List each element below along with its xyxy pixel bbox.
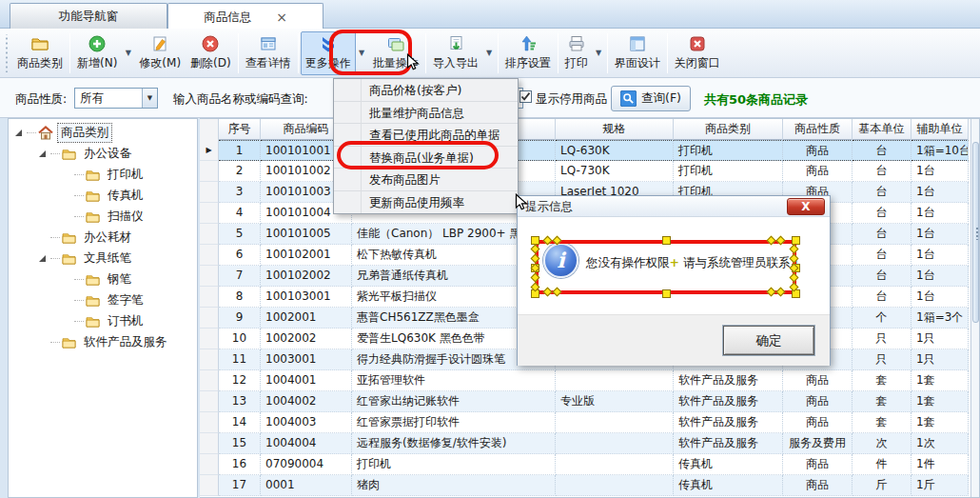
table-cell: 台 [853,245,911,266]
tree-item-签字笔[interactable]: 签字笔 [9,289,197,310]
table-row[interactable]: 131004002红管家出纳记账软件专业版软件产品及服务商品套1套 [200,391,979,412]
toolbar-button-10[interactable]: 打印 [560,31,593,75]
table-cell: 1套 [911,391,969,412]
ok-button[interactable]: 确定 [723,326,814,355]
menu-item-查看已使用此商品的单据[interactable]: 查看已使用此商品的单据 [334,124,518,147]
row-indicator [200,182,219,203]
tree-item-label: 办公耗材 [81,229,134,247]
expander-icon[interactable] [14,129,23,137]
table-cell: 1004004 [261,433,352,454]
tree-item-label: 钢笔 [105,270,134,289]
menu-item-商品价格(按客户)[interactable]: 商品价格(按客户) [334,79,518,102]
dropdown-arrow-icon[interactable]: ▼ [356,31,368,75]
column-header-8[interactable]: 辅助单位 [911,119,969,140]
show-disabled-checkbox[interactable] [519,90,532,103]
toolbar-button-6[interactable]: 更多操作 [301,31,356,75]
table-cell: 专业版 [556,391,674,412]
tree-item-label: 软件产品及服务 [81,333,170,351]
toolbar-button-label: 排序设置 [505,55,551,71]
tree-item-商品类别[interactable]: 商品类别 [9,122,197,143]
query-button[interactable]: 查询(F) [611,86,691,111]
toolbar-button-3[interactable]: 修改(M) [134,31,186,75]
toolbar-button-4[interactable]: 删除(D) [186,31,236,75]
table-cell: 8 [219,287,261,308]
column-header-6[interactable]: 商品性质 [783,119,853,140]
product-nature-select[interactable]: 所有 ▼ [74,88,158,109]
folder-icon [86,315,100,328]
table-cell: 0001 [261,475,352,496]
tab-product-info[interactable]: 商品信息 × [167,3,323,30]
query-button-label: 查询(F) [641,90,681,107]
tree-item-办公耗材[interactable]: 办公耗材 [9,227,197,248]
toolbar-button-5[interactable]: 查看详情 [241,31,296,75]
toolbar-button-11[interactable]: 界面设计 [610,31,665,75]
tab-function-nav[interactable]: 功能导航窗 [10,3,167,30]
dialog-close-button[interactable]: X [787,198,825,215]
menu-item-发布商品图片[interactable]: 发布商品图片 [334,169,518,191]
table-row[interactable]: 121004001亚拓管理软件软件产品及服务商品套1套 [200,370,979,391]
table-cell: 传真机 [674,454,783,475]
table-row[interactable]: 141004003红管家票据打印软件软件产品及服务商品套1套 [200,412,979,433]
table-cell: 4 [219,203,261,224]
table-cell: 红管家出纳记账软件 [352,391,556,412]
dropdown-arrow-icon[interactable]: ▼ [593,31,605,75]
row-indicator [200,412,219,433]
column-header-7[interactable]: 基本单位 [853,119,911,140]
tree-spacer [62,191,70,200]
table-row[interactable]: 170001猪肉传真机商品斤1斤 [200,475,979,496]
tree-spacer [62,170,70,179]
message-dialog: 提示信息 X i 您没有操作权限+ 请与系统管理员联系！ 确定 [517,195,831,366]
toolbar-button-2[interactable]: 新增(N) [72,31,122,75]
toolbar-button-12[interactable]: 关闭窗口 [670,31,725,75]
tree-item-传真机[interactable]: 传真机 [9,185,197,206]
tree-item-扫描仪[interactable]: 扫描仪 [9,206,197,227]
toolbar-button-9[interactable]: 排序设置 [500,31,556,75]
tab-label: 功能导航窗 [59,9,119,25]
tree-item-钢笔[interactable]: 钢笔 [9,269,197,289]
menu-item-替换商品(业务单据)[interactable]: 替换商品(业务单据) [334,147,518,169]
table-cell: 2 [219,161,261,182]
tree-item-文具纸笔[interactable]: 文具纸笔 [9,248,197,269]
tree-item-打印机[interactable]: 打印机 [9,164,197,185]
column-header-4[interactable]: 规格 [556,119,674,140]
table-row[interactable]: 1607090004打印机传真机商品件1件 [200,454,979,475]
menu-item-更新商品使用频率[interactable]: 更新商品使用频率 [334,191,518,214]
expander-icon[interactable] [38,149,47,158]
dropdown-arrow-icon[interactable]: ▼ [122,31,134,75]
table-cell: 1台 [911,224,969,245]
dialog-message: 您没有操作权限+ 请与系统管理员联系！ [586,255,802,271]
table-row[interactable]: 2100101002LQ-730K打印机商品台1台 [200,161,979,182]
toolbar-button-label: 批量操作 [373,55,419,71]
tree-item-办公设备[interactable]: 办公设备 [9,143,197,164]
table-cell: 100101005 [261,224,352,245]
tree-item-软件产品及服务[interactable]: 软件产品及服务 [9,331,197,352]
tree-item-订书机[interactable]: 订书机 [9,310,197,331]
table-cell: 商品 [783,391,853,412]
chevron-down-icon: ▼ [142,89,157,108]
toolbar-button-8[interactable]: 导入导出 [428,31,483,75]
table-row[interactable]: 151004004远程服务(数据修复/软件安装)软件产品及服务服务及费用次1次 [200,433,979,454]
tree-spacer [62,212,70,221]
toolbar-button-1[interactable]: 商品类别 [12,31,68,75]
tree-guide-line [74,216,84,217]
close-tab-icon[interactable]: × [276,10,287,24]
table-cell: 服务及费用 [783,433,853,454]
row-indicator [200,161,219,182]
table-cell: 软件产品及服务 [674,433,783,454]
column-header-5[interactable]: 商品类别 [674,119,783,140]
ui-design-icon [628,34,647,53]
toolbar-button-7[interactable]: 批量操作 [368,31,423,75]
table-cell: 1台 [911,203,969,224]
scrollbar-thumb[interactable] [972,142,979,323]
menu-item-批量维护商品信息[interactable]: 批量维护商品信息 [334,102,518,125]
dropdown-arrow-icon[interactable]: ▼ [483,31,496,75]
column-header-1[interactable]: 序号 [219,119,261,140]
tree-item-label: 商品类别 [58,124,111,142]
table-cell: 打印机 [674,161,783,182]
expander-icon[interactable] [38,254,47,263]
toolbar-button-label: 商品类别 [17,55,63,71]
table-header: 序号商品编码规格商品类别商品性质基本单位辅助单位 [200,119,969,140]
table-cell: 11 [219,349,261,370]
toolbar-button-label: 更多操作 [305,55,351,71]
table-row[interactable]: ▶1100101001LQ-630K打印机商品台1箱=10台 [200,140,979,161]
